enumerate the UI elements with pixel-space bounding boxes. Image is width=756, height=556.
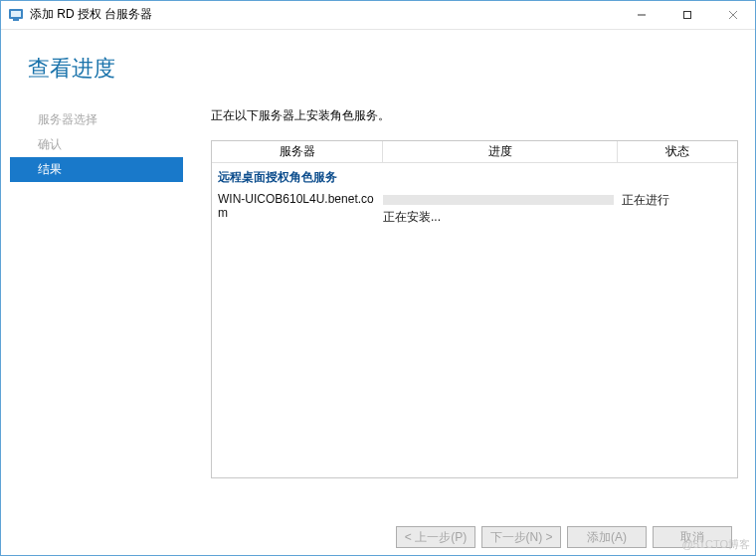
wizard-header: 查看进度: [0, 30, 756, 97]
app-icon: [8, 7, 24, 23]
page-title: 查看进度: [28, 54, 728, 84]
col-header-progress[interactable]: 进度: [383, 141, 618, 162]
add-button: 添加(A): [567, 526, 647, 548]
window-title: 添加 RD 授权 台服务器: [30, 6, 619, 23]
minimize-button[interactable]: [619, 0, 664, 30]
sidebar: 服务器选择 确认 结果: [0, 97, 189, 478]
progress-bar: [383, 195, 614, 205]
table-row: WIN-UICOB610L4U.benet.com 正在安装... 正在进行: [212, 190, 737, 226]
footer-buttons: < 上一步(P) 下一步(N) > 添加(A) 取消: [396, 526, 732, 548]
cell-status: 正在进行: [622, 192, 731, 209]
prev-button: < 上一步(P): [396, 526, 475, 548]
close-button[interactable]: [710, 0, 756, 30]
cell-progress: 正在安装...: [383, 192, 622, 226]
window-controls: [619, 0, 756, 30]
titlebar: 添加 RD 授权 台服务器: [0, 0, 756, 30]
content-description: 正在以下服务器上安装角色服务。: [211, 107, 738, 124]
sidebar-item-confirm: 确认: [0, 132, 189, 157]
section-title: 远程桌面授权角色服务: [212, 163, 737, 190]
col-header-status[interactable]: 状态: [618, 141, 737, 162]
maximize-button[interactable]: [664, 0, 710, 30]
sidebar-item-server-select: 服务器选择: [0, 107, 189, 132]
svg-rect-2: [13, 19, 19, 21]
cancel-button: 取消: [653, 526, 732, 548]
svg-rect-4: [684, 11, 691, 18]
col-header-server[interactable]: 服务器: [212, 141, 383, 162]
progress-table: 服务器 进度 状态 远程桌面授权角色服务 WIN-UICOB610L4U.ben…: [211, 140, 738, 478]
table-header-row: 服务器 进度 状态: [212, 141, 737, 163]
wizard-body: 服务器选择 确认 结果 正在以下服务器上安装角色服务。 服务器 进度 状态 远程…: [0, 97, 756, 478]
sidebar-item-results[interactable]: 结果: [10, 157, 183, 182]
next-button: 下一步(N) >: [481, 526, 561, 548]
cell-server-name: WIN-UICOB610L4U.benet.com: [218, 192, 383, 220]
content: 正在以下服务器上安装角色服务。 服务器 进度 状态 远程桌面授权角色服务 WIN…: [189, 97, 738, 478]
progress-text: 正在安装...: [383, 209, 614, 226]
svg-rect-1: [11, 11, 21, 17]
